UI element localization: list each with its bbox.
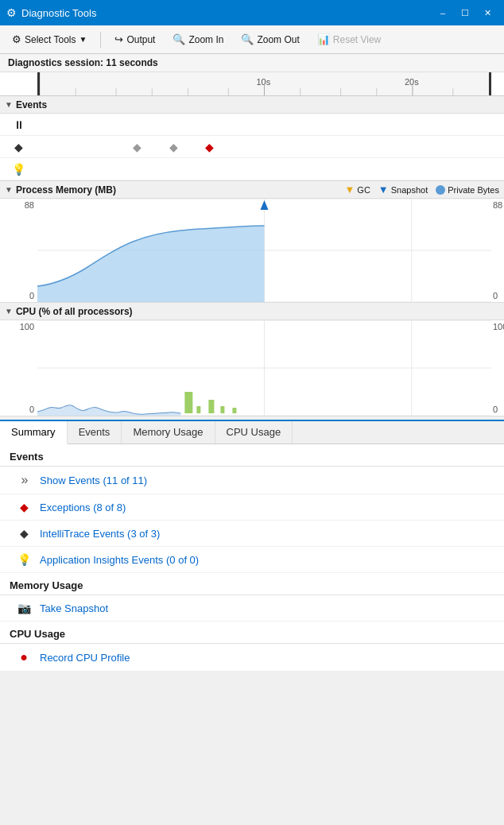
snapshot-label: Snapshot [391, 185, 428, 195]
session-label: Diagnostics session: 11 seconds [8, 57, 158, 68]
select-tools-button[interactable]: ⚙ Select Tools ▼ [5, 29, 94, 51]
intellitrace-icon: ◆ [16, 527, 32, 540]
snapshot-icon: ▼ [378, 184, 389, 196]
tab-cpu-usage[interactable]: CPU Usage [215, 421, 293, 443]
cpu-y-max-right: 100 [493, 322, 504, 331]
memory-y-max-right: 88 [493, 200, 502, 210]
title-icon: ⚙ [6, 6, 17, 19]
cpu-y-min-right: 0 [493, 405, 498, 414]
private-bytes-legend: Private Bytes [436, 185, 499, 195]
exceptions-icon: ◆ [16, 501, 32, 513]
title-bar: ⚙ Diagnostic Tools – ☐ ✕ [0, 0, 504, 25]
tab-summary[interactable]: Summary [0, 421, 68, 444]
cpu-collapse-icon[interactable]: ▼ [5, 307, 13, 316]
take-snapshot-text[interactable]: Take Snapshot [40, 602, 108, 614]
pause-icon: ⏸ [0, 118, 37, 131]
diamond-track: ◆ ◆ ◆ [37, 136, 491, 157]
events-label: Events [16, 99, 47, 110]
restore-button[interactable]: ☐ [455, 4, 475, 21]
zoom-out-button[interactable]: 🔍 Zoom Out [234, 29, 306, 51]
exceptions-item[interactable]: ◆ Exceptions (8 of 8) [0, 494, 504, 521]
intellitrace-text[interactable]: IntelliTrace Events (3 of 3) [40, 528, 160, 540]
pause-event-row: ⏸ [0, 114, 504, 136]
events-collapse-icon[interactable]: ▼ [5, 100, 13, 109]
charts-area: ▼ Events ⏸ ◆ ◆ ◆ ◆ [0, 96, 504, 416]
output-label: Output [126, 34, 155, 45]
output-icon: ↪ [114, 33, 123, 45]
memory-y-min: 0 [29, 291, 34, 300]
svg-marker-23 [184, 392, 192, 413]
summary-events-header: Events [0, 444, 504, 467]
record-cpu-text[interactable]: Record CPU Profile [40, 652, 130, 664]
output-button[interactable]: ↪ Output [107, 29, 162, 51]
private-bytes-label: Private Bytes [448, 185, 499, 195]
svg-marker-26 [220, 406, 224, 413]
diamond-event-row: ◆ ◆ ◆ ◆ [0, 136, 504, 158]
zoom-in-icon: 🔍 [173, 33, 185, 45]
diamond-marker-1[interactable]: ◆ [133, 141, 142, 153]
gc-icon: ▼ [344, 184, 355, 196]
close-button[interactable]: ✕ [477, 4, 498, 21]
cpu-y-min: 0 [29, 405, 34, 414]
toolbar: ⚙ Select Tools ▼ ↪ Output 🔍 Zoom In 🔍 Zo… [0, 25, 504, 54]
diamond-marker-2[interactable]: ◆ [169, 141, 178, 153]
memory-chart-inner [37, 199, 491, 302]
toolbar-separator-1 [100, 32, 101, 48]
lightbulb-icon: 💡 [0, 163, 37, 176]
reset-view-label: Reset View [333, 34, 381, 45]
intellitrace-item[interactable]: ◆ IntelliTrace Events (3 of 3) [0, 521, 504, 547]
events-section: ▼ Events ⏸ ◆ ◆ ◆ ◆ [0, 96, 504, 181]
minimize-button[interactable]: – [432, 4, 453, 21]
tab-memory-usage[interactable]: Memory Usage [122, 421, 215, 443]
memory-y-labels-right: 88 0 [491, 199, 504, 302]
zoom-in-button[interactable]: 🔍 Zoom In [165, 29, 231, 51]
record-icon: ● [16, 650, 32, 664]
memory-label: Process Memory (MB) [16, 184, 116, 196]
memory-chart: 88 0 [0, 199, 504, 302]
memory-header: ▼ Process Memory (MB) ▼ GC ▼ Snapshot Pr… [0, 181, 504, 199]
events-header: ▼ Events [0, 96, 504, 114]
app-insights-icon: 💡 [16, 553, 32, 566]
tab-events[interactable]: Events [68, 421, 122, 443]
svg-marker-25 [208, 400, 214, 413]
session-info: Diagnostics session: 11 seconds [0, 54, 504, 72]
cpu-y-labels-left: 100 0 [0, 320, 37, 416]
lightbulb-track [37, 158, 491, 180]
summary-content: Events » Show Events (11 of 11) ◆ Except… [0, 444, 504, 672]
app-insights-text[interactable]: Application Insights Events (0 of 0) [40, 554, 199, 566]
select-tools-label: Select Tools [25, 34, 76, 45]
memory-section: ▼ Process Memory (MB) ▼ GC ▼ Snapshot Pr… [0, 181, 504, 303]
diamond-marker-3[interactable]: ◆ [205, 141, 214, 153]
app-insights-item[interactable]: 💡 Application Insights Events (0 of 0) [0, 547, 504, 573]
record-cpu-item[interactable]: ● Record CPU Profile [0, 644, 504, 672]
reset-icon: 📊 [317, 33, 330, 45]
cpu-label: CPU (% of all processors) [16, 306, 133, 317]
memory-legend: ▼ GC ▼ Snapshot Private Bytes [344, 184, 499, 196]
show-events-item[interactable]: » Show Events (11 of 11) [0, 467, 504, 494]
cpu-y-max: 100 [20, 322, 34, 331]
summary-memory-header: Memory Usage [0, 573, 504, 595]
take-snapshot-item[interactable]: 📷 Take Snapshot [0, 595, 504, 622]
gear-icon: ⚙ [12, 33, 21, 45]
memory-y-min-right: 0 [493, 291, 498, 300]
cpu-y-labels-right: 100 0 [491, 320, 504, 416]
bottom-tabs: Summary Events Memory Usage CPU Usage [0, 420, 504, 444]
cpu-section: ▼ CPU (% of all processors) 100 0 [0, 303, 504, 416]
cpu-chart-inner [37, 320, 491, 416]
cpu-header: ▼ CPU (% of all processors) [0, 303, 504, 320]
diamond-icon: ◆ [0, 141, 37, 153]
zoom-in-label: Zoom In [188, 34, 223, 45]
window-title: Diagnostic Tools [21, 7, 432, 19]
memory-y-max: 88 [25, 200, 34, 210]
reset-view-button[interactable]: 📊 Reset View [310, 29, 388, 51]
exceptions-text[interactable]: Exceptions (8 of 8) [40, 502, 126, 513]
memory-collapse-icon[interactable]: ▼ [5, 185, 13, 194]
svg-marker-24 [196, 406, 200, 413]
show-events-icon: » [16, 473, 32, 487]
snapshot-legend: ▼ Snapshot [378, 184, 428, 196]
show-events-text[interactable]: Show Events (11 of 11) [40, 474, 147, 486]
zoom-out-label: Zoom Out [257, 34, 299, 45]
summary-cpu-header: CPU Usage [0, 622, 504, 644]
svg-marker-17 [260, 200, 268, 210]
memory-y-labels-left: 88 0 [0, 199, 37, 302]
